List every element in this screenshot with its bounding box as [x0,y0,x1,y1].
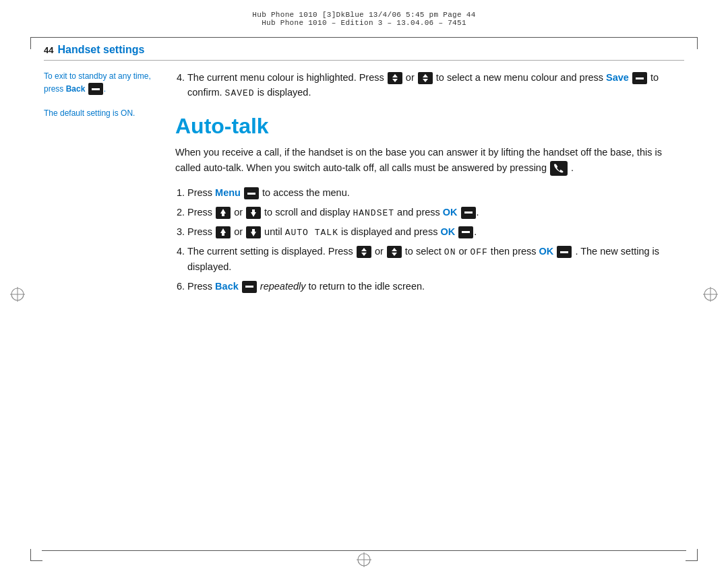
up-button-2 [216,226,231,238]
up-down-button-1 [388,72,402,84]
down-button-1 [246,207,261,219]
section1-item4: The current menu colour is highlighted. … [187,70,684,101]
left-note-2-text: The default setting is ON. [44,108,135,118]
corner-bottom-right [686,549,698,561]
autotalk-intro-text: When you receive a call, if the handset … [175,147,662,173]
down-button-2 [246,226,261,238]
page-header: Hub Phone 1010 [3]DkBlue 13/4/06 5:45 pm… [0,0,728,37]
s1-item4-or: or [406,72,417,83]
svg-rect-14 [222,214,224,216]
autotalk-step6: Press Back repeatedly to return to the i… [187,279,684,294]
svg-rect-15 [252,209,255,212]
autotalk-step1: Press Menu to access the menu. [187,185,684,200]
ok-button-icon-3 [557,246,572,258]
up-button-1 [216,207,231,219]
step3-end: until AUTO TALK is displayed and press O… [264,226,458,237]
page-title: Handset settings [57,44,144,56]
save-button-icon [632,72,647,84]
svg-marker-20 [251,232,256,236]
step1-end: to access the menu. [262,187,350,198]
autotalk-step4: The current setting is displayed. Press … [187,244,684,275]
section1-list: The current menu colour is highlighted. … [187,70,684,101]
bottom-rule [42,550,686,551]
step2-text: Press [187,207,215,218]
top-rule [42,37,686,38]
svg-marker-24 [392,253,397,256]
step3-or: or [234,226,245,237]
step4-end: to select ON or OFF then press OK [405,246,557,257]
step3-text: Press [187,226,215,237]
step2-or: or [234,207,245,218]
corner-top-right [686,37,698,49]
autotalk-intro-end: . [571,162,574,173]
svg-marker-9 [392,74,398,77]
up-down-button-4 [387,246,402,258]
header-line1: Hub Phone 1010 [3]DkBlue 13/4/06 5:45 pm… [252,11,475,19]
corner-bottom-left [30,549,42,561]
two-column-layout: To exit to standby at any time, press Ba… [44,70,684,300]
s1-item4-text2: to select a new menu colour and press Sa… [436,72,632,83]
reg-mark-bottom [357,552,371,569]
back-button-icon-1 [88,83,103,95]
svg-rect-18 [222,233,224,236]
back-button-icon-2 [242,281,257,293]
step6-text: Press Back [187,281,241,292]
s1-item4-text1: The current menu colour is highlighted. … [187,72,387,83]
menu-button-icon [244,187,259,199]
heading-divider [44,60,684,61]
svg-marker-12 [423,79,428,82]
right-column: The current menu colour is highlighted. … [175,70,684,300]
reg-mark-right [703,287,718,302]
svg-marker-17 [220,228,226,233]
left-note-1: To exit to standby at any time, press Ba… [44,70,163,95]
page-number: 44 [44,45,53,55]
svg-marker-10 [392,79,398,82]
step6-end: repeatedly to return to the idle screen. [260,281,425,292]
corner-top-left [30,37,42,49]
ok-button-icon-2 [458,226,473,238]
svg-marker-16 [251,212,256,217]
phone-answer-icon [550,161,568,176]
step2-end: to scroll and display HANDSET and press … [264,207,460,218]
up-down-button-2 [418,72,433,84]
step1-text: Press Menu [187,187,243,198]
autotalk-step2: Press or to scroll a [187,205,684,220]
autotalk-steps: Press Menu to access the menu. Press or [187,185,684,294]
svg-marker-21 [361,248,367,251]
autotalk-title: Auto-talk [175,115,684,138]
up-down-button-3 [357,246,371,258]
autotalk-step3: Press or until AUTO [187,224,684,240]
header-line2: Hub Phone 1010 – Edition 3 – 13.04.06 – … [262,19,466,27]
main-content: 44 Handset settings To exit to standby a… [44,44,684,544]
svg-marker-11 [423,74,428,77]
autotalk-intro: When you receive a call, if the handset … [175,145,684,176]
step4-text: The current setting is displayed. Press [187,246,356,257]
left-note-2: The default setting is ON. [44,107,163,120]
svg-marker-23 [392,248,397,251]
page-heading: 44 Handset settings [44,44,684,56]
step4-or: or [375,246,386,257]
svg-rect-19 [252,229,255,232]
reg-mark-left [10,287,25,302]
left-column: To exit to standby at any time, press Ba… [44,70,175,300]
svg-marker-13 [220,209,226,214]
ok-button-icon-1 [461,207,476,219]
svg-marker-22 [361,253,367,256]
